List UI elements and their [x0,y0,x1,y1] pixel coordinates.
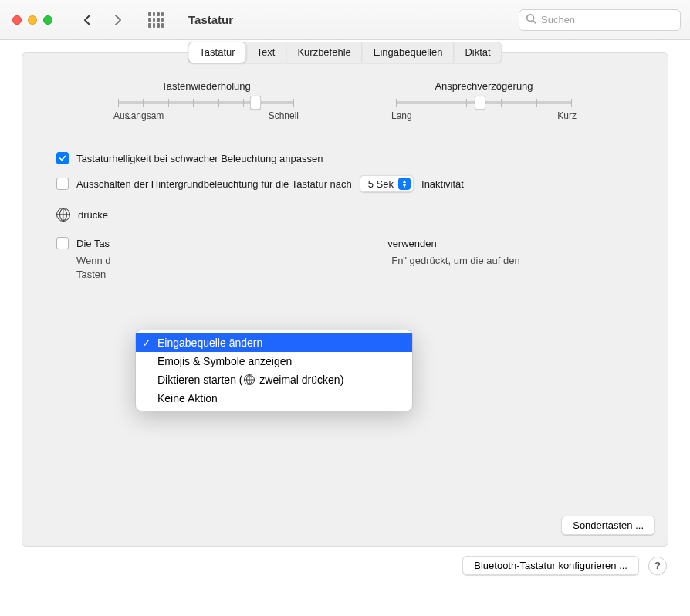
search-field[interactable] [519,9,681,31]
tab-text[interactable]: Text [246,42,286,63]
globe-icon [244,374,255,385]
globe-press-label: drücke [78,209,108,221]
key-repeat-block: Tastenwiederholung Aus Langsam Schnell [113,80,299,121]
delay-block: Ansprechverzögerung Lang Kurz [391,80,577,121]
window-title: Tastatur [188,13,233,26]
backlight-off-row: Ausschalten der Hintergrundbeleuchtung f… [56,175,634,192]
globe-action-menu: Eingabequelle ändern Emojis & Symbole an… [135,330,413,411]
zoom-button[interactable] [43,15,52,25]
tab-bar: Tastatur Text Kurzbefehle Eingabequellen… [188,42,502,63]
sliders-row: Tastenwiederholung Aus Langsam Schnell A… [22,80,668,121]
fn-note: Wenn d Fn" gedrückt, um die auf den Tast… [76,254,634,282]
globe-key-row: drücke [56,208,634,222]
fn-standard-label-a: Die Tas [76,238,110,249]
help-button[interactable]: ? [648,557,667,575]
key-repeat-slow-label: Langsam [126,110,164,121]
backlight-timeout-select[interactable]: 5 Sek ▲▼ [360,175,414,192]
bottom-row: Bluetooth-Tastatur konfigurieren ... ? [22,556,668,575]
menu-start-dictation[interactable]: Diktieren starten ( zweimal drücken) [136,371,412,389]
auto-brightness-label: Tastaturhelligkeit bei schwacher Beleuch… [76,153,323,164]
svg-line-1 [533,21,536,24]
modifier-keys-button[interactable]: Sondertasten ... [561,516,655,535]
key-repeat-knob[interactable] [250,96,261,110]
auto-brightness-checkbox[interactable] [56,152,69,164]
forward-button[interactable] [111,12,125,29]
search-input[interactable] [541,14,674,25]
delay-short-label: Kurz [557,110,577,121]
fn-standard-row: Die Tas verwenden [56,237,634,249]
menu-no-action[interactable]: Keine Aktion [136,389,412,408]
back-button[interactable] [80,12,94,29]
show-all-prefs-button[interactable] [148,12,164,28]
delay-slider[interactable] [396,101,572,104]
backlight-off-checkbox[interactable] [56,178,69,190]
minimize-button[interactable] [28,15,37,25]
fn-standard-label-b: verwenden [387,238,437,249]
close-button[interactable] [12,15,22,25]
tab-shortcuts[interactable]: Kurzbefehle [286,42,361,63]
menu-emoji[interactable]: Emojis & Symbole anzeigen [136,352,412,371]
tab-dictation[interactable]: Diktat [453,42,501,63]
bluetooth-keyboard-button[interactable]: Bluetooth-Tastatur konfigurieren ... [462,556,639,575]
delay-title: Ansprechverzögerung [391,80,577,92]
updown-icon: ▲▼ [398,178,411,190]
tab-input-sources[interactable]: Eingabequellen [362,42,454,63]
key-repeat-fast-label: Schnell [269,110,299,121]
tab-keyboard[interactable]: Tastatur [188,42,245,63]
window-controls [12,15,52,25]
content-area: Tastatur Text Kurzbefehle Eingabequellen… [0,40,690,616]
nav-arrows [80,12,125,29]
globe-icon [56,208,70,222]
key-repeat-title: Tastenwiederholung [113,80,299,92]
backlight-after-label: Inaktivität [421,178,464,190]
delay-knob[interactable] [475,96,485,110]
preferences-pane: Tastatur Text Kurzbefehle Eingabequellen… [22,52,668,547]
delay-long-label: Lang [391,110,412,121]
fn-standard-checkbox[interactable] [56,237,69,249]
backlight-off-label: Ausschalten der Hintergrundbeleuchtung f… [76,178,352,190]
menu-change-input[interactable]: Eingabequelle ändern [136,333,412,352]
search-icon [526,13,536,26]
key-repeat-slider[interactable] [118,101,294,104]
auto-brightness-row: Tastaturhelligkeit bei schwacher Beleuch… [56,152,634,164]
titlebar: Tastatur [0,0,690,40]
backlight-timeout-value: 5 Sek [368,178,394,190]
options-list: Tastaturhelligkeit bei schwacher Beleuch… [56,152,634,282]
